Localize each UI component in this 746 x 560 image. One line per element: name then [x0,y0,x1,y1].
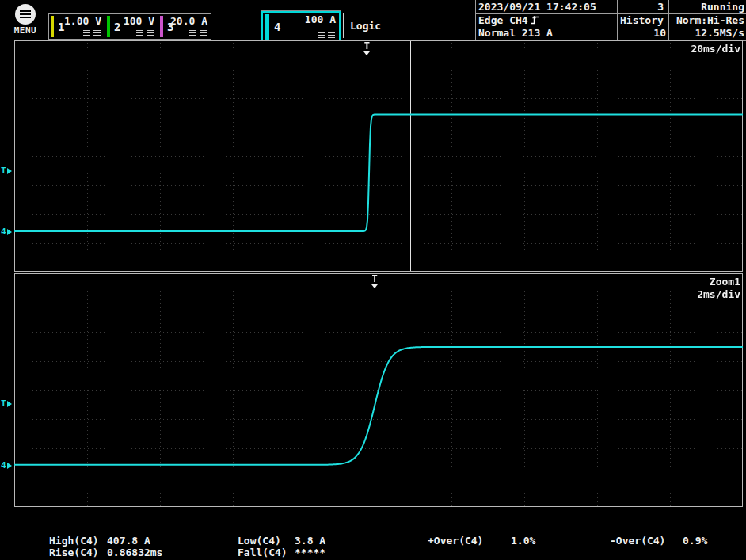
channel-1-button[interactable]: 1 1.00 V [48,13,105,40]
channel-1-scale: 1.00 V [64,15,101,27]
datetime: 2023/09/21 17:42:05 [476,0,617,13]
measurement-pos-overshoot: +Over(C4)1.0% [428,535,535,547]
impedance-icon [93,30,101,36]
channel-3-color-bar [160,16,163,37]
measurement-label: Fall(C4) [238,547,295,558]
channel-2-scale: 100 V [124,15,154,27]
zoom-waveform-panel: Zoom1 2ms/div T T 4 [0,273,746,507]
channel-4-coupling-icons [318,32,335,39]
channel-4-button-selected[interactable]: 4 100 A [261,11,341,43]
menu-label: MENU [10,25,41,36]
main-trigger-position-marker[interactable]: T [362,42,371,55]
hamburger-menu-icon [15,4,36,25]
run-state: Running [668,0,746,13]
measurement-value: 407.8 A [107,535,150,547]
main-timebase-label: 20ms/div [691,43,740,55]
coupling-icon [136,30,143,36]
channel-number-label: 4 [1,459,6,472]
trigger-mode: Normal [478,27,516,39]
trigger-t-label: T [1,165,6,177]
logic-button[interactable]: Logic [343,13,387,38]
measurement-label: Rise(C4) [49,547,107,558]
measurement-label: -Over(C4) [610,535,683,547]
sample-rate: 12.5MS/s [669,27,746,40]
measurement-neg-overshoot: -Over(C4)0.9% [610,535,707,547]
channel-4-scale: 100 A [305,13,336,25]
down-arrow-icon [371,284,378,288]
channel-3-coupling-icons [189,30,207,36]
coupling-icon [318,32,325,39]
acquisition-box[interactable]: Norm:Hi-Res 12.5MS/s [668,13,746,40]
right-arrow-icon [7,401,12,407]
zoom-trigger-position-marker[interactable]: T [370,275,379,288]
history-value: 10 [618,27,668,40]
right-arrow-icon [7,463,12,469]
zoom-ch4-zero-marker[interactable]: 4 [1,459,12,472]
menu-button[interactable]: MENU [10,4,41,36]
coupling-icon [189,30,196,36]
trigger-level: 213 A [522,27,553,39]
impedance-icon [147,30,154,36]
coupling-icon [83,30,90,36]
channel-number-label: 4 [1,226,6,238]
main-trigger-level-marker[interactable]: T [1,165,12,177]
measurement-low: Low(C4)3.8 A [238,535,325,547]
measurement-value: 1.0% [511,535,535,547]
down-arrow-icon [363,51,370,55]
channel-3-scale: 20.0 A [170,15,207,27]
measurement-value: 0.9% [683,535,707,547]
measurement-fall: Fall(C4)***** [238,547,325,558]
measurement-high: High(C4)407.8 A [49,535,150,547]
channel-2-button[interactable]: 2 100 V [105,13,158,40]
measurement-label: Low(C4) [238,535,295,547]
zoom-trigger-level-marker[interactable]: T [1,398,12,410]
zoom-waveform-canvas[interactable] [14,273,743,507]
measurement-rise: Rise(C4)0.86832ms [49,547,162,558]
right-arrow-icon [7,168,12,174]
history-box[interactable]: History 10 [617,13,668,40]
main-ch4-zero-marker[interactable]: 4 [1,226,12,238]
main-waveform-panel: 20ms/div T T 4 [0,40,746,272]
trigger-t-label: T [1,398,6,410]
right-arrow-icon [7,229,12,235]
measurement-value: 0.86832ms [107,547,162,558]
rising-edge-icon [531,15,539,25]
zoom-timebase-label: 2ms/div [697,288,740,300]
channel-2-coupling-icons [136,30,154,36]
measurement-value: 3.8 A [295,535,325,547]
channel-4-number: 4 [274,21,280,33]
trigger-t-label: T [371,275,377,284]
trigger-info-box[interactable]: Edge CH4 Normal 213 A [476,13,617,40]
channel-2-color-bar [107,16,110,37]
trigger-t-label: T [364,42,370,51]
channel-4-color-bar [265,14,269,40]
channel-1-color-bar [51,16,54,37]
channel-3-button[interactable]: 3 20.0 A [158,13,211,40]
zoom-name-label: Zoom1 [710,276,740,288]
measurement-label: High(C4) [49,535,107,547]
channel-2-number: 2 [114,21,120,33]
measurement-value: ***** [295,547,325,558]
oscilloscope-screen: MENU 1 1.00 V 2 100 V 3 20.0 A 4 100 A L… [0,0,746,560]
impedance-icon [200,30,207,36]
history-label: History [618,14,668,27]
status-panel: 2023/09/21 17:42:05 3 Running Edge CH4 N… [475,0,746,41]
channel-1-coupling-icons [83,30,101,36]
main-waveform-canvas[interactable] [14,40,743,272]
trigger-type: Edge CH4 [478,14,528,26]
acquisition-count: 3 [617,0,668,13]
measurement-label: +Over(C4) [428,535,511,547]
acquisition-mode: Norm:Hi-Res [669,14,746,27]
impedance-icon [328,32,335,39]
